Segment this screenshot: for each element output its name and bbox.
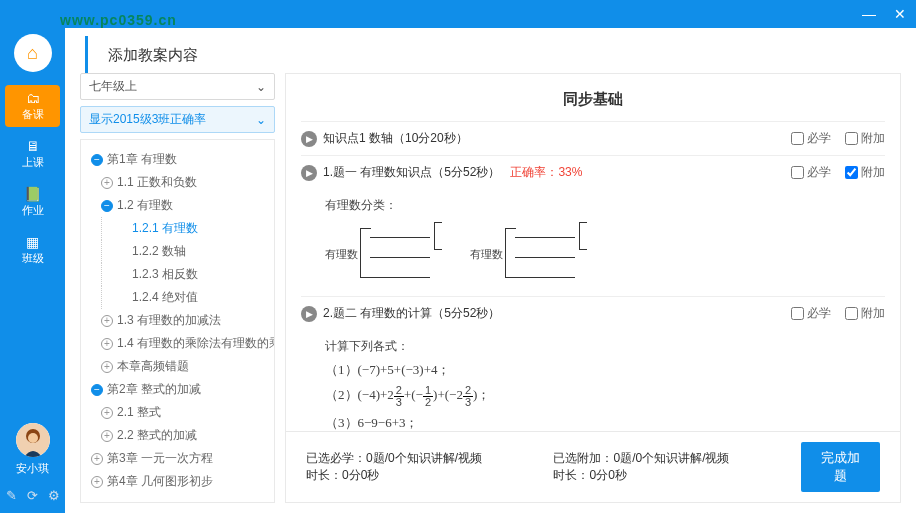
check-bixue[interactable]: 必学 bbox=[791, 130, 831, 147]
monitor-icon: 🖥 bbox=[26, 138, 40, 154]
grid-icon: ▦ bbox=[26, 234, 39, 250]
nav-prepare[interactable]: 🗂 备课 bbox=[5, 85, 60, 127]
tree-s12[interactable]: −1.2 有理数 bbox=[95, 194, 270, 217]
username: 安小琪 bbox=[16, 461, 49, 476]
chevron-down-icon: ⌄ bbox=[256, 80, 266, 94]
tree-ch2[interactable]: −第2章 整式的加减 bbox=[85, 378, 270, 401]
tree-s13[interactable]: +1.3 有理数的加减法 bbox=[95, 309, 270, 332]
app-logo: ⌂ bbox=[14, 34, 52, 72]
complete-button[interactable]: 完成加题 bbox=[801, 442, 880, 492]
page-title: 添加教案内容 bbox=[85, 36, 916, 73]
question-row-1: ▶ 1.题一 有理数知识点（5分52秒） 正确率：33% 必学 附加 bbox=[301, 155, 885, 189]
panel-title: 同步基础 bbox=[286, 74, 900, 121]
tree-s11[interactable]: +1.1 正数和负数 bbox=[95, 171, 270, 194]
svg-point-2 bbox=[28, 433, 38, 443]
knowledge-row: ▶ 知识点1 数轴（10分20秒） 必学 附加 bbox=[301, 121, 885, 155]
close-icon[interactable]: ✕ bbox=[894, 6, 906, 22]
briefcase-icon: 🗂 bbox=[26, 90, 40, 106]
tree-ch3[interactable]: +第3章 一元一次方程 bbox=[85, 447, 270, 470]
check-fujia[interactable]: 附加 bbox=[845, 305, 885, 322]
nav-homework[interactable]: 📗 作业 bbox=[5, 181, 60, 223]
chapter-tree: −第1章 有理数 +1.1 正数和负数 −1.2 有理数 1.2.1 有理数 1… bbox=[80, 139, 275, 503]
grade-selector[interactable]: 七年级上 ⌄ bbox=[80, 73, 275, 100]
tree-s14[interactable]: +1.4 有理数的乘除法有理数的乘… bbox=[95, 332, 270, 355]
check-fujia[interactable]: 附加 bbox=[845, 164, 885, 181]
watermark: www.pc0359.cn bbox=[60, 12, 177, 28]
play-icon[interactable]: ▶ bbox=[301, 165, 317, 181]
sidebar: ⌂ 🗂 备课 🖥 上课 📗 作业 ▦ 班级 安小琪 ✎ ⟳ ⚙ bbox=[0, 28, 65, 513]
check-bixue[interactable]: 必学 bbox=[791, 164, 831, 181]
tree-s123[interactable]: 1.2.3 相反数 bbox=[101, 263, 270, 286]
tree-s121[interactable]: 1.2.1 有理数 bbox=[101, 217, 270, 240]
tree-s1f[interactable]: +本章高频错题 bbox=[95, 355, 270, 378]
right-panel: 同步基础 ▶ 知识点1 数轴（10分20秒） 必学 附加 ▶ 1.题一 有理数知… bbox=[285, 73, 901, 503]
tree-s124[interactable]: 1.2.4 绝对值 bbox=[101, 286, 270, 309]
question-row-2: ▶ 2.题二 有理数的计算（5分52秒） 必学 附加 bbox=[301, 296, 885, 330]
tree-ch4[interactable]: +第4章 几何图形初步 bbox=[85, 470, 270, 493]
left-panel: 七年级上 ⌄ 显示2015级3班正确率 ⌄ −第1章 有理数 +1.1 正数和负… bbox=[80, 73, 275, 503]
settings-icon[interactable]: ⚙ bbox=[48, 488, 60, 503]
footer-fujia: 已选附加：0题/0个知识讲解/视频时长：0分0秒 bbox=[553, 450, 740, 484]
question-1-body: 有理数分类： 有理数 有理数 bbox=[301, 189, 885, 296]
chevron-down-icon: ⌄ bbox=[256, 113, 266, 127]
check-bixue[interactable]: 必学 bbox=[791, 305, 831, 322]
question-2-body: 计算下列各式： （1）(−7)+5+(−3)+4； （2）(−4)+223+(−… bbox=[301, 330, 885, 431]
nav-teach[interactable]: 🖥 上课 bbox=[5, 133, 60, 175]
play-icon[interactable]: ▶ bbox=[301, 131, 317, 147]
class-selector[interactable]: 显示2015级3班正确率 ⌄ bbox=[80, 106, 275, 133]
footer-bixue: 已选必学：0题/0个知识讲解/视频时长：0分0秒 bbox=[306, 450, 493, 484]
avatar[interactable] bbox=[16, 423, 50, 457]
tree-s122[interactable]: 1.2.2 数轴 bbox=[101, 240, 270, 263]
tree-s21[interactable]: +2.1 整式 bbox=[95, 401, 270, 424]
minimize-icon[interactable]: — bbox=[862, 6, 876, 22]
refresh-icon[interactable]: ⟳ bbox=[27, 488, 38, 503]
check-fujia[interactable]: 附加 bbox=[845, 130, 885, 147]
nav-class[interactable]: ▦ 班级 bbox=[5, 229, 60, 271]
tree-s22[interactable]: +2.2 整式的加减 bbox=[95, 424, 270, 447]
edit-icon[interactable]: ✎ bbox=[6, 488, 17, 503]
tree-ch1[interactable]: −第1章 有理数 bbox=[85, 148, 270, 171]
footer: 已选必学：0题/0个知识讲解/视频时长：0分0秒 已选附加：0题/0个知识讲解/… bbox=[286, 431, 900, 502]
book-icon: 📗 bbox=[24, 186, 41, 202]
play-icon[interactable]: ▶ bbox=[301, 306, 317, 322]
